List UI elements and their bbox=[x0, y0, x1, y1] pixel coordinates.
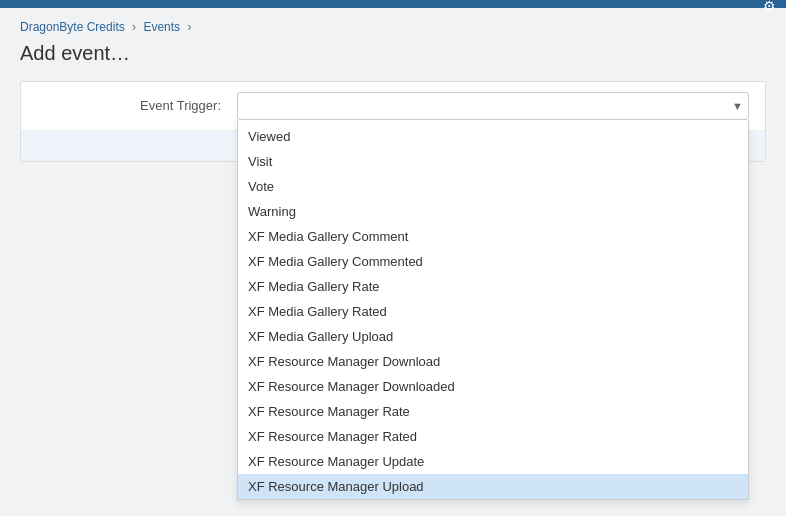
breadcrumb-dragonbyte[interactable]: DragonByte Credits bbox=[20, 20, 125, 34]
breadcrumb-sep2: › bbox=[187, 20, 191, 34]
event-trigger-label: Event Trigger: bbox=[37, 92, 237, 113]
dropdown-container: ▼ TrophyUploadUpload AvatarViewViewedVis… bbox=[237, 92, 749, 120]
breadcrumb-events[interactable]: Events bbox=[143, 20, 180, 34]
settings-icon: ⚙ bbox=[763, 0, 776, 14]
dropdown-item[interactable]: XF Resource Manager Update bbox=[238, 449, 748, 474]
dropdown-item[interactable]: Warning bbox=[238, 199, 748, 224]
dropdown-item[interactable]: XF Media Gallery Commented bbox=[238, 249, 748, 274]
dropdown-item[interactable]: XF Media Gallery Rated bbox=[238, 299, 748, 324]
dropdown-item[interactable]: XF Resource Manager Upload bbox=[238, 474, 748, 499]
dropdown-item[interactable]: XF Resource Manager Rate bbox=[238, 399, 748, 424]
top-bar: ⚙ bbox=[0, 0, 786, 8]
dropdown-item[interactable]: XF Media Gallery Comment bbox=[238, 224, 748, 249]
event-trigger-control: ▼ TrophyUploadUpload AvatarViewViewedVis… bbox=[237, 92, 749, 120]
dropdown-item[interactable]: XF Media Gallery Upload bbox=[238, 324, 748, 349]
dropdown-item[interactable]: Viewed bbox=[238, 124, 748, 149]
dropdown-item[interactable]: XF Resource Manager Downloaded bbox=[238, 374, 748, 399]
page-title: Add event… bbox=[20, 42, 766, 65]
dropdown-item[interactable]: XF Resource Manager Rated bbox=[238, 424, 748, 449]
content-area: DragonByte Credits › Events › Add event…… bbox=[0, 8, 786, 174]
form-container: Event Trigger: ▼ TrophyUploadUpload Avat… bbox=[20, 81, 766, 162]
dropdown-item[interactable]: Vote bbox=[238, 174, 748, 199]
dropdown-list[interactable]: TrophyUploadUpload AvatarViewViewedVisit… bbox=[237, 120, 749, 500]
breadcrumb: DragonByte Credits › Events › bbox=[20, 20, 766, 34]
breadcrumb-sep1: › bbox=[132, 20, 136, 34]
event-trigger-select[interactable] bbox=[237, 92, 749, 120]
dropdown-item[interactable]: XF Resource Manager Download bbox=[238, 349, 748, 374]
dropdown-item[interactable]: XF Media Gallery Rate bbox=[238, 274, 748, 299]
dropdown-item[interactable]: Visit bbox=[238, 149, 748, 174]
event-trigger-row: Event Trigger: ▼ TrophyUploadUpload Avat… bbox=[21, 82, 765, 131]
